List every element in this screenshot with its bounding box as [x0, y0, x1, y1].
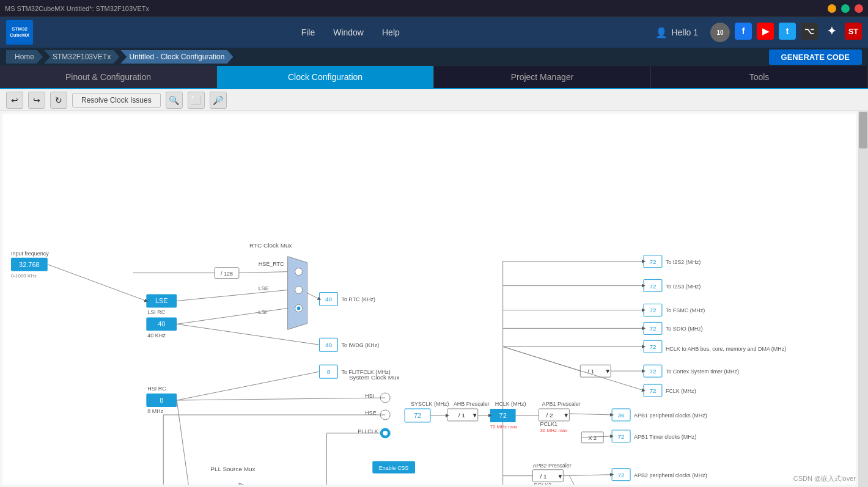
fit-button[interactable]: ⬜ [188, 92, 205, 109]
to-sdio-label: To SDIO (MHz) [666, 326, 703, 332]
apb2-presc-label: APB2 Prescaler [533, 463, 572, 469]
refresh-button[interactable]: ↻ [50, 92, 67, 109]
apb1-x2-text: X 2 [588, 435, 596, 441]
github-icon[interactable]: ⌥ [801, 23, 818, 40]
to-i2s2-label: To I2S2 (MHz) [666, 259, 701, 265]
enable-css-text: Enable CSS [379, 465, 409, 471]
fclk-value: 72 [649, 387, 657, 394]
logo-text: STM32CubeMX [10, 26, 29, 38]
line-apb2-periph [563, 475, 612, 476]
line-fclk [503, 346, 644, 390]
vertical-scrollbar[interactable] [858, 111, 868, 487]
input-freq1-label: Input frequency [11, 251, 49, 257]
line-input1-lse [48, 265, 147, 301]
title-bar: MS STM32CubeMX Untitled*: STM32F103VETx [0, 0, 868, 17]
to-rtc-value: 40 [325, 296, 333, 302]
hsi-val-text: 8 [160, 397, 163, 404]
lsi-khz-label: 40 KHz [147, 332, 166, 339]
pclk1-label: PCLK1 [540, 421, 557, 427]
undo-button[interactable]: ↩ [6, 92, 23, 109]
lse-text: LSE [155, 297, 168, 304]
file-menu[interactable]: File [301, 27, 315, 37]
apb1-periph-label: APB1 peripheral clocks (MHz) [634, 412, 707, 419]
line-hsi-pll-src [177, 400, 190, 485]
minimize-button[interactable] [828, 4, 836, 13]
line-lse-mux [177, 290, 287, 301]
ahb-presc-label: AHB Prescaler [454, 401, 490, 407]
hclk-ahb-value: 72 [649, 343, 657, 350]
social-icons: 10 f ▶ t ⌥ ✦ ST [710, 23, 862, 42]
youtube-icon[interactable]: ▶ [757, 23, 774, 40]
resolve-clock-button[interactable]: Resolve Clock Issues [72, 93, 161, 108]
close-button[interactable] [855, 4, 863, 13]
rtc-mux-selector-hse[interactable] [295, 268, 303, 276]
apb1-presc-arrow: ▼ [563, 412, 569, 419]
line-lsi-mux [177, 308, 287, 324]
apb1-periph-value: 36 [618, 412, 625, 419]
sysclk-label-top: SYSCLK (MHz) [411, 401, 449, 407]
breadcrumb-device[interactable]: STM32F103VETx [44, 50, 119, 64]
hclk-value: 72 [499, 412, 507, 419]
line-hsi-flitf [177, 372, 319, 400]
pclk1-max: 36 MHz max [540, 428, 567, 433]
line-mux-rtc [307, 293, 320, 299]
twitter-icon[interactable]: t [779, 23, 796, 40]
hsi-mhz-label: 8 MHz [147, 408, 163, 414]
window-controls [828, 4, 863, 13]
zoom-in-button[interactable]: 🔍 [166, 92, 183, 109]
sysclk-mux-label: System Clock Mux [349, 374, 400, 381]
window-menu[interactable]: Window [333, 27, 364, 37]
pll-src-mux-shape [239, 483, 256, 485]
apb1-timer-label: APB1 Timer clocks (MHz) [634, 434, 696, 440]
logo-box: STM32CubeMX [6, 20, 33, 45]
input-freq1-value: 32.768 [19, 261, 40, 268]
breadcrumb-home[interactable]: Home [6, 50, 43, 64]
main-area: Input frequency 32.768 0-1000 KHz LSE LS… [0, 111, 868, 487]
title-bar-left: MS STM32CubeMX Untitled*: STM32F103VETx [5, 5, 149, 12]
hclk-label: HCLK (MHz) [495, 401, 526, 407]
breadcrumb-current[interactable]: Untitled - Clock Configuration [120, 50, 233, 64]
lsi-rc-label: LSI RC [147, 309, 165, 315]
hclk-max: 72 MHz max [490, 424, 518, 430]
pllclk-sys-label: PLLCLK [358, 428, 378, 434]
to-i2s2-value: 72 [649, 258, 657, 265]
tab-bar: Pinout & Configuration Clock Configurati… [0, 66, 868, 89]
cortex-div-arrow: ▼ [605, 368, 611, 375]
facebook-icon[interactable]: f [735, 23, 752, 40]
tab-tools[interactable]: Tools [651, 66, 868, 88]
line-apb2-x1 [569, 476, 581, 485]
to-cortex-value: 72 [649, 368, 657, 375]
to-cortex-label: To Cortex System timer (MHz) [666, 368, 739, 375]
tab-clock[interactable]: Clock Configuration [217, 66, 434, 88]
menu-bar: STM32CubeMX File Window Help 👤 Hello 1 1… [0, 17, 868, 48]
line-apb1-timer [581, 436, 612, 438]
hsi-rc-label: HSI RC [147, 386, 166, 392]
zoom-out-button[interactable]: 🔎 [210, 92, 227, 109]
generate-code-button[interactable]: GENERATE CODE [769, 49, 862, 65]
input-freq1-range: 0-1000 KHz [11, 273, 37, 279]
clock-diagram: Input frequency 32.768 0-1000 KHz LSE LS… [2, 114, 856, 485]
watermark: CSDN @嵌入式lover [793, 474, 856, 483]
fclk-label: FCLK (MHz) [666, 388, 696, 394]
line-128-mux [239, 272, 288, 273]
line-hsi-sys [177, 398, 385, 400]
maximize-button[interactable] [841, 4, 850, 13]
rtc-mux-selector-fill [297, 306, 301, 310]
to-iwdg-label: To IWDG (KHz) [341, 342, 379, 348]
to-sdio-value: 72 [649, 325, 657, 332]
redo-button[interactable]: ↪ [28, 92, 45, 109]
rtc-mux-selector-lse[interactable] [295, 287, 303, 294]
line-lsi-iwdg [177, 324, 319, 345]
tab-pinout[interactable]: Pinout & Configuration [0, 66, 217, 88]
sysclk-value: 72 [414, 412, 421, 419]
scrollbar-thumb[interactable] [859, 112, 867, 148]
tab-project[interactable]: Project Manager [434, 66, 651, 88]
to-i2s3-value: 72 [649, 283, 657, 290]
help-menu[interactable]: Help [382, 27, 400, 37]
network-icon[interactable]: ✦ [823, 23, 840, 40]
ahb-presc-value: / 1 [458, 412, 466, 419]
st-logo[interactable]: ST [845, 23, 862, 40]
user-area: 👤 Hello 1 [655, 27, 698, 38]
to-i2s3-label: To I2S3 (MHz) [666, 284, 701, 290]
to-rtc-label: To RTC (KHz) [341, 296, 375, 302]
